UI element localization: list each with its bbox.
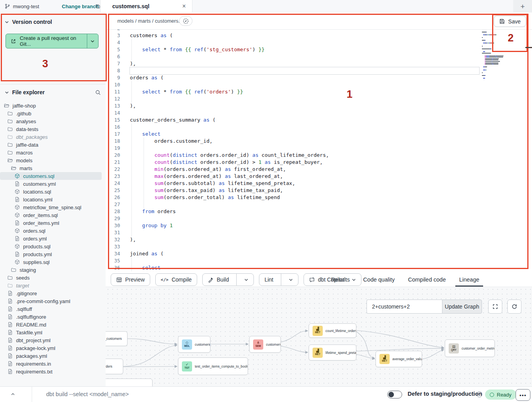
tab-customers-sql[interactable]: customers.sql × [100,0,192,13]
compile-button[interactable]: </> Compile [155,273,197,286]
file-tree-item-jaffle-shop[interactable]: jaffle-shop [0,102,106,109]
code-line-22[interactable]: 22 min(orders.ordered_at) as first_order… [106,166,532,173]
file-tree-item-customers.yml[interactable]: customers.yml [0,180,106,188]
panel-tab-lineage[interactable]: Lineage [459,273,480,287]
ready-status-badge[interactable]: Ready [485,389,516,400]
file-tree-item-.pre-commit-config.yaml[interactable]: .pre-commit-config.yaml [0,297,106,305]
code-line-27[interactable]: 27 [106,201,532,208]
file-explorer-header[interactable]: File explorer [5,89,101,95]
code-line-18[interactable]: 18 orders.customer_id, [106,138,532,145]
code-line-20[interactable]: 20 count(distinct orders.order_id) as co… [106,152,532,159]
file-tree-item-products.sql[interactable]: products.sql [0,242,106,250]
code-line-26[interactable]: 26 sum(orders.order_total) as lifetime_s… [106,194,532,201]
lineage-node-test_order_items_compute_to_bools[interactable]: ✓TSTtest_order_items_compute_to_bools... [178,357,248,375]
file-tree-item-.sqlfluffignore[interactable]: .sqlfluffignore [0,313,106,321]
code-line-14[interactable]: 14 [106,109,532,117]
file-tree-item-order_items.yml[interactable]: order_items.yml [0,219,106,227]
code-line-35[interactable]: 35 [106,257,532,264]
save-button[interactable]: Save [494,16,526,27]
file-tree-item-Taskfile.yml[interactable]: Taskfile.yml [0,328,106,336]
lineage-selector-input[interactable] [367,300,442,314]
file-tree-item-.github[interactable]: .github [0,109,106,117]
panel-tab-results[interactable]: Results [331,273,350,287]
code-editor[interactable]: 23customers as (45 select * from {{ ref(… [106,29,532,273]
code-line-25[interactable]: 25 sum(orders.tax_paid) as lifetime_tax_… [106,187,532,194]
command-input[interactable]: dbt build --select <model_name> [46,391,129,397]
lineage-node-orders[interactable]: orders [106,359,123,374]
file-tree-item-package-lock.yml[interactable]: package-lock.yml [0,344,106,352]
code-line-7[interactable]: 7), [106,60,532,67]
lineage-node-partial[interactable] [106,379,153,387]
refresh-button[interactable] [507,300,521,314]
file-tree-item-models[interactable]: models [0,156,106,164]
file-tree-item-orders.yml[interactable]: orders.yml [0,235,106,242]
defer-toggle[interactable] [387,391,402,398]
expand-command-bar-icon[interactable] [10,391,16,397]
preview-button[interactable]: Preview [111,273,150,286]
code-line-16[interactable]: 16 [106,124,532,131]
more-options-button[interactable]: ••• [516,389,530,401]
file-tree-item-products.yml[interactable]: products.yml [0,250,106,258]
code-line-32[interactable]: 32), [106,236,532,243]
lineage-node-customers[interactable]: ⋔SEMcustomers [249,336,281,353]
code-line-13[interactable]: 13), [106,102,532,109]
create-pr-button[interactable]: Create a pull request on Git... [5,34,99,48]
file-tree-item-target[interactable]: target [0,282,106,289]
file-tree-item-data-tests[interactable]: data-tests [0,125,106,133]
code-line-36[interactable]: 36 select [106,264,532,271]
lineage-node-stg_customers[interactable]: stg_customers [106,331,128,346]
change-branch-link[interactable]: Change branch [62,0,99,13]
code-line-17[interactable]: 17 select [106,131,532,138]
code-line-8[interactable]: 8 [106,67,532,74]
update-graph-button[interactable]: Update Graph [442,300,482,314]
pr-dropdown-caret[interactable] [87,34,98,48]
new-tab-button[interactable]: + [520,3,525,10]
branch-selector[interactable]: mwong-test [5,0,39,13]
close-tab-icon[interactable]: × [182,3,186,9]
code-line-29[interactable]: 29 [106,215,532,222]
file-tree-item-marts[interactable]: marts [0,164,106,172]
code-line-12[interactable]: 12 [106,95,532,102]
file-tree-item-.gitignore[interactable]: .gitignore [0,289,106,297]
panel-tab-compiled-code[interactable]: Compiled code [408,273,446,287]
file-tree-item-.sqlfluff[interactable]: .sqlfluff [0,305,106,313]
file-tree-item-requirements.in[interactable]: requirements.in [0,360,106,368]
build-dropdown-caret[interactable] [240,278,248,282]
code-line-2[interactable]: 2 [106,29,532,32]
file-tree-item-customers.sql[interactable]: customers.sql [0,172,102,180]
file-tree-item-locations.yml[interactable]: locations.yml [0,196,106,203]
file-tree-item-macros[interactable]: macros [0,149,106,156]
help-icon[interactable]: ? [476,391,482,397]
code-line-33[interactable]: 33 [106,243,532,250]
lineage-node-count_lifetime_orders[interactable]: ▟METcount_lifetime_orders [309,323,356,338]
lineage-node-lifetime_spend_pretax[interactable]: ▟METlifetime_spend_pretax [309,345,356,361]
file-tree-item-requirements.txt[interactable]: requirements.txt [0,368,106,375]
file-tree-item-analyses[interactable]: analyses [0,117,106,125]
search-icon[interactable] [95,90,101,95]
fullscreen-button[interactable] [488,300,502,314]
file-tree-item-orders.sql[interactable]: orders.sql [0,227,106,235]
code-line-3[interactable]: 3customers as ( [106,32,532,39]
code-line-9[interactable]: 9orders as ( [106,74,532,81]
panel-tab-code-quality[interactable]: Code quality [363,273,395,287]
code-line-28[interactable]: 28 from orders [106,208,532,215]
copilot-icon-button[interactable] [179,16,192,26]
code-line-23[interactable]: 23 max(orders.ordered_at) as last_ordere… [106,173,532,180]
file-tree-item-supplies.sql[interactable]: supplies.sql [0,258,106,266]
code-line-11[interactable]: 11 select * from {{ ref('orders') }} [106,88,532,95]
code-line-34[interactable]: 34joined as ( [106,250,532,257]
lineage-node-average_order_value[interactable]: ▟METaverage_order_value [376,351,422,367]
code-line-5[interactable]: 5 select * from {{ ref('stg_customers') … [106,46,532,53]
code-line-19[interactable]: 19 [106,145,532,152]
file-tree-item-README.md[interactable]: README.md [0,321,106,328]
file-tree-item-dbt_packages[interactable]: dbt_packages [0,133,106,141]
code-line-24[interactable]: 24 sum(orders.subtotal) as lifetime_spen… [106,180,532,187]
file-tree-item-seeds[interactable]: seeds [0,274,106,282]
editor-minimap[interactable] [482,30,515,80]
lint-dropdown-caret[interactable] [284,278,293,282]
build-button[interactable]: Build [202,273,254,286]
version-control-header[interactable]: Version control [5,19,52,25]
code-line-31[interactable]: 31 [106,229,532,236]
file-tree-item-dbt_project.yml[interactable]: dbt_project.yml [0,336,106,344]
code-line-15[interactable]: 15customer_orders_summary as ( [106,117,532,124]
